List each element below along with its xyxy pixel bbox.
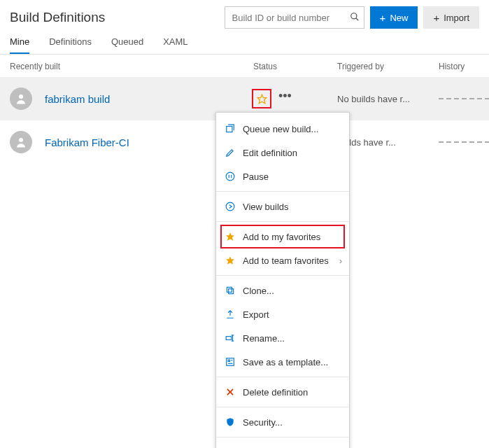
- svg-point-4: [19, 138, 23, 142]
- triggered-by: builds have r...: [337, 137, 439, 148]
- menu-label: Rename...: [243, 333, 285, 344]
- pencil-icon: [225, 147, 236, 158]
- menu-separator: [216, 437, 349, 438]
- svg-rect-13: [227, 287, 232, 292]
- search-box[interactable]: [225, 6, 364, 29]
- menu-label: Delete definition: [243, 387, 308, 398]
- menu-separator: [216, 191, 349, 192]
- menu-label: Security...: [243, 417, 283, 428]
- avatar: [10, 131, 32, 153]
- svg-rect-16: [228, 360, 229, 361]
- menu-label: Add to my favorites: [243, 232, 320, 242]
- svg-marker-3: [257, 94, 267, 104]
- menu-add-my-favorites[interactable]: Add to my favorites: [216, 225, 349, 248]
- menu-separator: [216, 221, 349, 222]
- template-icon: [225, 356, 236, 368]
- col-name: Recently built: [10, 62, 253, 71]
- build-link[interactable]: fabrikam build: [45, 93, 206, 105]
- menu-security[interactable]: Security...: [216, 410, 349, 434]
- svg-rect-12: [229, 289, 234, 294]
- menu-clone[interactable]: Clone...: [216, 279, 349, 302]
- svg-line-1: [355, 18, 358, 20]
- menu-add-to-dashboard: + Add to dashboard ›: [216, 440, 349, 448]
- import-button[interactable]: + Import: [423, 6, 479, 29]
- menu-label: Pause: [243, 172, 269, 182]
- menu-label: Clone...: [243, 286, 274, 296]
- more-actions-button[interactable]: •••: [276, 90, 295, 102]
- favorite-star-button[interactable]: [253, 90, 270, 107]
- menu-label: Edit definition: [243, 148, 297, 158]
- menu-label: Add to team favorites: [243, 255, 329, 266]
- copy-icon: [225, 285, 236, 296]
- col-status: Status: [253, 62, 337, 71]
- svg-marker-11: [226, 256, 234, 265]
- tab-queued[interactable]: Queued: [111, 36, 143, 54]
- new-button[interactable]: + New: [370, 6, 418, 29]
- menu-label: Export: [243, 309, 269, 320]
- column-headers: Recently built Status Triggered by Histo…: [0, 55, 489, 77]
- tab-bar: Mine Definitions Queued XAML: [0, 31, 489, 55]
- export-icon: [225, 309, 236, 320]
- svg-point-2: [19, 94, 23, 99]
- tab-definitions[interactable]: Definitions: [49, 36, 92, 54]
- star-icon: [225, 231, 236, 242]
- svg-point-0: [350, 13, 356, 18]
- menu-pause[interactable]: Pause: [216, 164, 349, 188]
- menu-view-builds[interactable]: View builds: [216, 195, 349, 218]
- menu-separator: [216, 377, 349, 377]
- tab-mine[interactable]: Mine: [10, 36, 29, 54]
- menu-rename[interactable]: Rename...: [216, 326, 349, 350]
- svg-point-6: [226, 172, 234, 181]
- new-button-label: New: [390, 13, 408, 23]
- plus-icon: +: [380, 13, 386, 23]
- arrow-right-icon: [225, 201, 236, 212]
- menu-queue-new-build[interactable]: Queue new build...: [216, 117, 349, 141]
- delete-icon: [225, 386, 236, 398]
- triggered-by: No builds have r...: [337, 94, 439, 104]
- import-button-label: Import: [444, 13, 469, 23]
- queue-icon: [225, 123, 236, 134]
- avatar: [10, 88, 32, 110]
- menu-separator: [216, 407, 349, 407]
- svg-rect-5: [227, 127, 232, 132]
- col-triggered: Triggered by: [337, 62, 439, 71]
- build-link[interactable]: Fabrikam Fiber-CI: [45, 136, 206, 148]
- star-icon: [225, 255, 236, 266]
- tab-xaml[interactable]: XAML: [163, 36, 187, 54]
- menu-label: Save as a template...: [243, 357, 328, 368]
- menu-save-template[interactable]: Save as a template...: [216, 350, 349, 374]
- history-sparkline: [439, 98, 489, 99]
- search-input[interactable]: [232, 13, 350, 23]
- svg-point-9: [226, 202, 234, 211]
- menu-export[interactable]: Export: [216, 302, 349, 326]
- col-history: History: [439, 62, 479, 71]
- svg-marker-10: [226, 232, 234, 241]
- menu-add-team-favorites[interactable]: Add to team favorites ›: [216, 248, 349, 272]
- search-icon: [350, 12, 360, 24]
- shield-icon: [225, 416, 236, 428]
- menu-label: View builds: [243, 202, 289, 212]
- context-menu: Queue new build... Edit definition Pause…: [215, 112, 350, 448]
- pause-icon: [225, 171, 236, 182]
- menu-label: Queue new build...: [243, 124, 318, 134]
- chevron-right-icon: ›: [339, 255, 342, 266]
- menu-separator: [216, 275, 349, 276]
- svg-rect-14: [226, 337, 232, 340]
- menu-edit-definition[interactable]: Edit definition: [216, 141, 349, 164]
- menu-delete-definition[interactable]: Delete definition: [216, 380, 349, 404]
- history-sparkline: [439, 141, 489, 143]
- plus-icon: +: [433, 13, 439, 23]
- rename-icon: [225, 332, 236, 344]
- page-title: Build Definitions: [10, 10, 105, 25]
